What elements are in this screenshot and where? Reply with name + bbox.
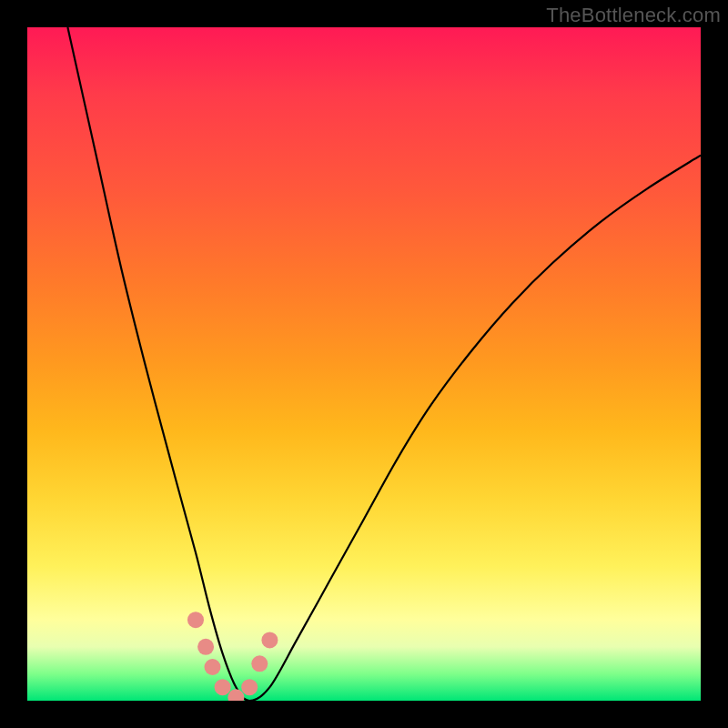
fit-marker bbox=[228, 689, 244, 701]
fit-markers bbox=[187, 612, 278, 701]
fit-marker bbox=[215, 679, 231, 695]
fit-marker bbox=[251, 655, 268, 672]
chart-plot-area bbox=[27, 27, 701, 701]
fit-marker bbox=[197, 639, 214, 655]
bottleneck-curve-path bbox=[67, 27, 701, 701]
bottleneck-curve-svg bbox=[27, 27, 701, 701]
watermark-text: TheBottleneck.com bbox=[546, 4, 721, 27]
fit-marker bbox=[261, 632, 278, 648]
fit-marker bbox=[187, 612, 204, 628]
chart-frame: TheBottleneck.com bbox=[0, 0, 728, 728]
fit-marker bbox=[241, 679, 258, 695]
fit-marker bbox=[205, 659, 221, 675]
